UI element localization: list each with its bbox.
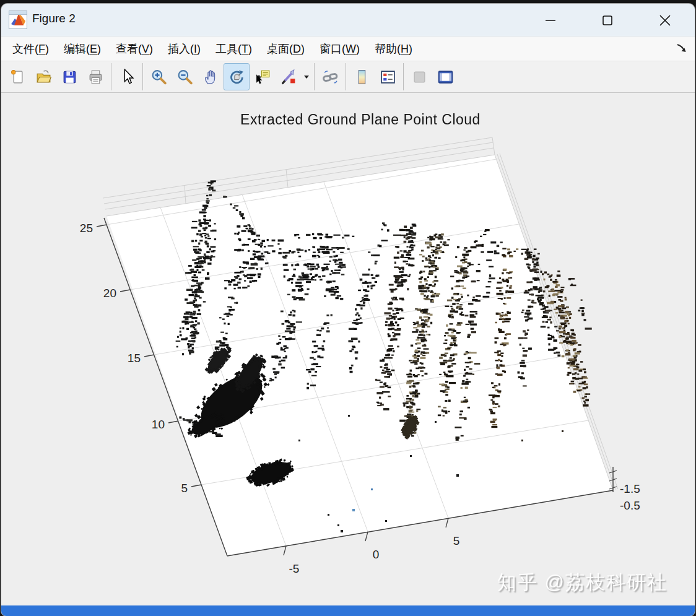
toolbar-separator: [403, 63, 404, 90]
dock-plot-tools-button[interactable]: [432, 63, 458, 90]
data-cursor-icon: [254, 69, 271, 85]
window-title: Figure 2: [32, 12, 76, 25]
rotate-3d-icon: [228, 69, 245, 85]
data-cursor-button[interactable]: [250, 63, 276, 90]
insert-legend-icon: [380, 69, 396, 85]
insert-legend-button[interactable]: [375, 63, 401, 90]
pan-hand-icon: [202, 69, 219, 85]
new-document-button[interactable]: [4, 63, 30, 90]
point-cloud-canvas[interactable]: [1, 93, 695, 605]
save-button[interactable]: [56, 63, 82, 90]
menu-item-help[interactable]: 帮助(H): [368, 39, 419, 59]
dock-plot-tools-icon: [437, 69, 454, 85]
bottom-strip: [1, 605, 695, 616]
dock-figure-arrow-icon[interactable]: [675, 41, 689, 54]
print-button[interactable]: [82, 63, 108, 90]
toolbar-separator: [346, 63, 346, 90]
zoom-out-button[interactable]: [172, 63, 198, 90]
menu-item-view[interactable]: 查看(V): [110, 39, 159, 59]
plot-area[interactable]: 252015105-505-1.5-0.5 Extracted Ground P…: [1, 93, 695, 605]
maximize-button[interactable]: [593, 9, 622, 32]
insert-colorbar-icon: [354, 69, 370, 85]
menu-item-tools[interactable]: 工具(T): [209, 39, 258, 59]
matlab-icon: [9, 11, 27, 29]
menu-item-file[interactable]: 文件(F): [6, 39, 55, 59]
figure-window: Figure 2 文件(F)编辑(E)查看(V)插入(I)工具(T)桌面(D)窗…: [1, 4, 695, 616]
print-icon: [87, 69, 104, 85]
brush-caret-icon: [303, 74, 310, 80]
brush-button[interactable]: [276, 63, 302, 90]
link-plots-button[interactable]: [317, 63, 343, 90]
zoom-out-icon: [176, 69, 193, 85]
zoom-in-icon: [150, 69, 167, 85]
close-icon: [659, 14, 671, 27]
new-document-icon: [9, 69, 26, 85]
hide-plot-tools-icon: [411, 69, 428, 85]
insert-colorbar-button[interactable]: [349, 63, 375, 90]
edit-plot-cursor-button[interactable]: [114, 63, 140, 90]
minimize-icon: [545, 15, 556, 26]
brush-caret-button[interactable]: [302, 63, 311, 90]
watermark: 知乎 @荔枝科研社: [497, 570, 668, 596]
toolbar-separator: [111, 63, 111, 90]
link-plots-icon: [322, 69, 339, 85]
zoom-in-button[interactable]: [146, 63, 172, 90]
menu-item-desktop[interactable]: 桌面(D): [261, 39, 311, 59]
matlab-icon-strip: [9, 11, 27, 15]
close-button[interactable]: [651, 9, 679, 32]
toolbar-separator: [142, 63, 143, 90]
title-bar: Figure 2: [1, 4, 695, 36]
menu-item-window[interactable]: 窗口(W): [313, 39, 366, 59]
edit-plot-cursor-icon: [119, 69, 136, 85]
rotate-3d-button[interactable]: [224, 63, 250, 90]
plot-title: Extracted Ground Plane Point Cloud: [26, 111, 695, 128]
menu-item-edit[interactable]: 编辑(E): [58, 39, 107, 59]
hide-plot-tools-button: [406, 63, 432, 90]
menu-bar: 文件(F)编辑(E)查看(V)插入(I)工具(T)桌面(D)窗口(W)帮助(H): [1, 36, 695, 61]
pan-hand-button[interactable]: [198, 63, 224, 90]
maximize-icon: [602, 15, 613, 26]
menu-item-insert[interactable]: 插入(I): [162, 39, 207, 59]
brush-icon: [281, 69, 297, 85]
minimize-button[interactable]: [536, 9, 565, 32]
save-icon: [61, 69, 78, 85]
open-folder-button[interactable]: [30, 63, 56, 90]
figure-toolbar: [1, 61, 695, 93]
toolbar-separator: [314, 63, 315, 90]
open-folder-icon: [35, 69, 52, 85]
